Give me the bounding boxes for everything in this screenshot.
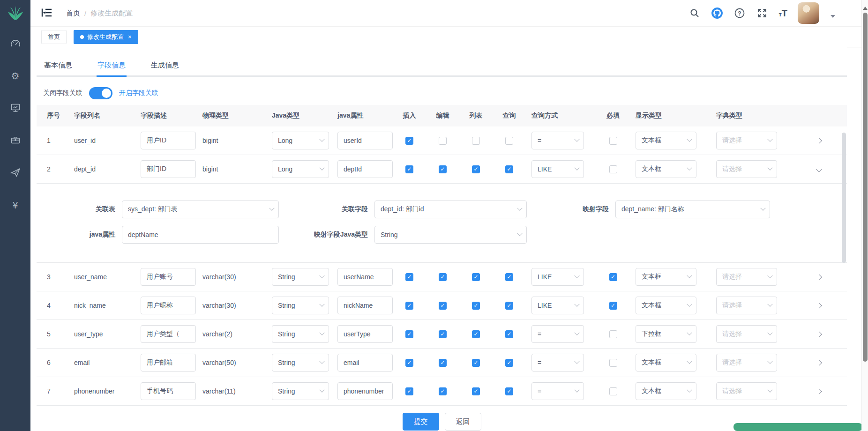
java-field-input[interactable]	[337, 382, 393, 400]
tab-field-info[interactable]: 字段信息	[97, 58, 127, 77]
tab-generate-info[interactable]: 生成信息	[150, 58, 180, 75]
dict-type-select[interactable]: 请选择	[716, 132, 777, 149]
expand-row-icon[interactable]	[816, 360, 822, 366]
java-type-select[interactable]: Long	[272, 132, 329, 149]
expand-row-icon[interactable]	[816, 138, 822, 144]
insert-checkbox[interactable]	[405, 137, 413, 145]
column-desc-input[interactable]	[141, 297, 196, 314]
java-field-input[interactable]	[337, 354, 393, 372]
sidebar-item-dashboard[interactable]	[5, 34, 26, 53]
edit-checkbox[interactable]	[439, 273, 447, 281]
insert-checkbox[interactable]	[405, 165, 413, 173]
insert-checkbox[interactable]	[405, 359, 413, 367]
display-type-select[interactable]: 文本框	[636, 297, 696, 314]
java-field-input[interactable]	[337, 268, 393, 286]
search-icon[interactable]	[688, 7, 701, 19]
tag-current-page[interactable]: 修改生成配置 ×	[74, 30, 138, 44]
tab-basic-info[interactable]: 基本信息	[43, 58, 73, 75]
required-checkbox[interactable]	[609, 302, 617, 310]
query-type-select[interactable]: =	[531, 325, 584, 343]
dict-type-select[interactable]: 请选择	[716, 297, 777, 314]
java-field-input[interactable]	[337, 132, 393, 149]
help-icon[interactable]: ?	[733, 7, 746, 19]
sidebar-item-pay[interactable]: ¥	[5, 195, 26, 215]
display-type-select[interactable]: 文本框	[636, 268, 696, 286]
query-checkbox[interactable]	[505, 302, 513, 310]
font-size-icon[interactable]: тT	[778, 8, 787, 19]
scrollbar-up-arrow-icon[interactable]	[863, 7, 868, 10]
display-type-select[interactable]: 文本框	[636, 160, 696, 178]
java-type-select[interactable]: String	[272, 297, 329, 314]
expand-row-icon[interactable]	[816, 166, 822, 172]
query-checkbox[interactable]	[505, 330, 513, 338]
java-type-select[interactable]: String	[272, 354, 329, 372]
submit-button[interactable]: 提交	[403, 413, 439, 431]
close-tag-icon[interactable]: ×	[128, 33, 132, 40]
dict-type-select[interactable]: 请选择	[716, 354, 777, 372]
breadcrumb-home[interactable]: 首页	[66, 9, 80, 18]
query-checkbox[interactable]	[505, 387, 513, 395]
display-type-select[interactable]: 文本框	[636, 382, 696, 400]
app-logo[interactable]	[0, 0, 30, 27]
edit-checkbox[interactable]	[439, 359, 447, 367]
list-checkbox[interactable]	[472, 273, 480, 281]
insert-checkbox[interactable]	[405, 273, 413, 281]
expand-row-icon[interactable]	[816, 274, 822, 280]
expand-row-icon[interactable]	[816, 388, 822, 394]
horizontal-scrollbar-thumb[interactable]	[733, 423, 862, 431]
dict-type-select[interactable]: 请选择	[716, 160, 777, 178]
display-type-select[interactable]: 文本框	[636, 354, 696, 372]
list-checkbox[interactable]	[472, 137, 480, 145]
query-checkbox[interactable]	[505, 137, 513, 145]
query-checkbox[interactable]	[505, 359, 513, 367]
java-type-select[interactable]: String	[272, 268, 329, 286]
column-desc-input[interactable]	[141, 354, 196, 372]
edit-checkbox[interactable]	[439, 302, 447, 310]
table-scrollbar-thumb[interactable]	[842, 133, 846, 263]
java-type-select[interactable]: String	[272, 382, 329, 400]
list-checkbox[interactable]	[472, 387, 480, 395]
expand-row-icon[interactable]	[816, 303, 822, 309]
required-checkbox[interactable]	[609, 387, 617, 395]
column-desc-input[interactable]	[141, 160, 196, 178]
java-type-select[interactable]: Long	[272, 160, 329, 178]
java-field-input[interactable]	[337, 297, 393, 314]
query-type-select[interactable]: =	[531, 382, 584, 400]
list-checkbox[interactable]	[472, 302, 480, 310]
avatar[interactable]	[798, 2, 819, 24]
insert-checkbox[interactable]	[405, 302, 413, 310]
edit-checkbox[interactable]	[439, 387, 447, 395]
page-scrollbar-thumb[interactable]	[863, 13, 868, 362]
required-checkbox[interactable]	[609, 330, 617, 338]
query-type-select[interactable]: LIKE	[531, 268, 584, 286]
required-checkbox[interactable]	[609, 165, 617, 173]
java-type-select[interactable]: String	[272, 325, 329, 343]
java-field-input[interactable]	[337, 325, 393, 343]
dict-type-select[interactable]: 请选择	[716, 268, 777, 286]
map-java-type-select[interactable]: String	[374, 226, 527, 244]
github-icon[interactable]	[711, 7, 723, 19]
java-field-input[interactable]	[337, 160, 393, 178]
edit-checkbox[interactable]	[439, 330, 447, 338]
column-desc-input[interactable]	[141, 382, 196, 400]
list-checkbox[interactable]	[472, 165, 480, 173]
edit-checkbox[interactable]	[439, 137, 447, 145]
required-checkbox[interactable]	[609, 273, 617, 281]
query-checkbox[interactable]	[505, 273, 513, 281]
assoc-field-select[interactable]: dept_id: 部门id	[374, 201, 527, 218]
dict-type-select[interactable]: 请选择	[716, 382, 777, 400]
field-association-switch[interactable]	[89, 87, 112, 99]
insert-checkbox[interactable]	[405, 330, 413, 338]
required-checkbox[interactable]	[609, 137, 617, 145]
display-type-select[interactable]: 下拉框	[636, 325, 696, 343]
assoc-table-select[interactable]: sys_dept: 部门表	[122, 201, 279, 218]
sidebar-item-tool[interactable]	[5, 131, 26, 150]
sidebar-item-monitor[interactable]	[5, 98, 26, 118]
query-type-select[interactable]: LIKE	[531, 297, 584, 314]
expand-row-icon[interactable]	[816, 331, 822, 337]
back-button[interactable]: 返回	[445, 413, 481, 431]
insert-checkbox[interactable]	[405, 387, 413, 395]
display-type-select[interactable]: 文本框	[636, 132, 696, 149]
column-desc-input[interactable]	[141, 132, 196, 149]
java-attr-input[interactable]	[122, 226, 279, 244]
